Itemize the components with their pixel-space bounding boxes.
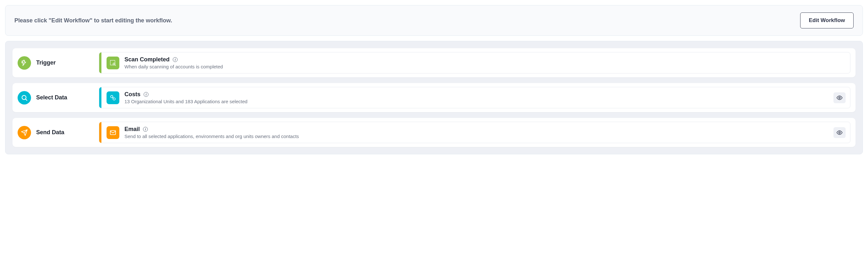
card-text: Scan Completed When daily scanning of ac… — [124, 56, 223, 69]
send-icon — [18, 126, 31, 139]
workflow-container: Trigger Scan Completed When dai — [5, 41, 863, 154]
card-body: Email Send to all selected applications,… — [101, 122, 833, 143]
banner-text: Please click "Edit Workflow" to start ed… — [14, 17, 172, 24]
accent-bar — [99, 87, 101, 108]
edit-banner: Please click "Edit Workflow" to start ed… — [5, 5, 863, 36]
accent-bar — [99, 122, 101, 143]
scan-icon — [106, 57, 119, 69]
eye-icon — [836, 95, 843, 101]
svg-point-11 — [839, 132, 840, 133]
card-body: Costs 13 Organizational Units and 183 Ap… — [101, 87, 833, 108]
card-body: Scan Completed When daily scanning of ac… — [101, 53, 850, 73]
svg-rect-2 — [111, 60, 115, 65]
eye-icon — [836, 130, 843, 136]
card-description: When daily scanning of accounts is compl… — [124, 64, 223, 69]
trigger-icon — [18, 56, 31, 70]
svg-line-6 — [26, 99, 27, 100]
search-icon — [18, 91, 31, 104]
email-icon — [106, 126, 119, 139]
card-title-row: Email — [124, 126, 299, 133]
preview-button[interactable] — [833, 127, 846, 138]
costs-icon — [106, 92, 119, 104]
info-icon[interactable] — [144, 92, 149, 97]
svg-point-9 — [839, 97, 840, 98]
step-label-send-data: Send Data — [16, 122, 92, 143]
step-title-trigger: Trigger — [36, 60, 56, 66]
step-row-trigger: Trigger Scan Completed When dai — [12, 48, 856, 77]
card-description: 13 Organizational Units and 183 Applicat… — [124, 99, 247, 104]
card-text: Email Send to all selected applications,… — [124, 126, 299, 139]
select-data-card[interactable]: Costs 13 Organizational Units and 183 Ap… — [99, 87, 850, 108]
step-label-trigger: Trigger — [16, 52, 92, 73]
card-title: Costs — [124, 91, 141, 98]
card-title-row: Costs — [124, 91, 247, 98]
card-description: Send to all selected applications, envir… — [124, 134, 299, 139]
info-icon[interactable] — [143, 127, 148, 132]
send-data-card[interactable]: Email Send to all selected applications,… — [99, 122, 850, 143]
card-title: Email — [124, 126, 140, 133]
accent-bar — [99, 53, 101, 73]
card-title: Scan Completed — [124, 56, 169, 63]
step-row-send-data: Send Data Email Send to all selected app… — [12, 118, 856, 147]
step-title-send-data: Send Data — [36, 129, 64, 136]
trigger-card[interactable]: Scan Completed When daily scanning of ac… — [99, 52, 850, 73]
preview-button[interactable] — [833, 92, 846, 103]
card-text: Costs 13 Organizational Units and 183 Ap… — [124, 91, 247, 104]
step-title-select-data: Select Data — [36, 94, 67, 101]
info-icon[interactable] — [173, 57, 178, 62]
step-label-select-data: Select Data — [16, 87, 92, 108]
svg-line-4 — [115, 65, 116, 66]
step-row-select-data: Select Data Costs 13 Organizati — [12, 83, 856, 112]
edit-workflow-button[interactable]: Edit Workflow — [800, 12, 854, 28]
card-title-row: Scan Completed — [124, 56, 223, 63]
